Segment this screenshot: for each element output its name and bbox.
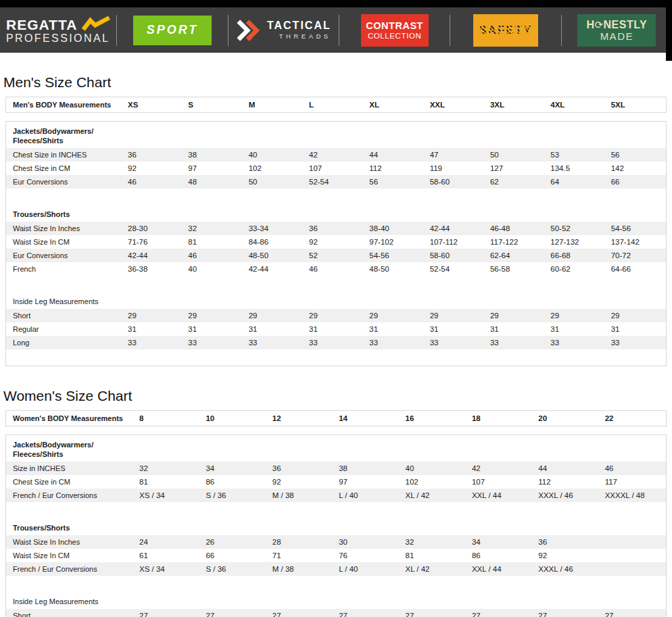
sport-label: SPORT — [147, 23, 199, 37]
honestly-line2: MADE — [600, 30, 633, 42]
cell-value: 48-50 — [364, 265, 424, 273]
cell-value: 44 — [364, 151, 424, 159]
cell-value: 36 — [304, 224, 364, 232]
cell-value: 60-62 — [545, 265, 605, 273]
cell-value: 81 — [183, 238, 243, 246]
cell-value: XXXL / 46 — [533, 565, 599, 573]
size-column-header: 16 — [400, 414, 466, 422]
cell-value: 53 — [545, 151, 605, 159]
cell-value: 38 — [183, 151, 243, 159]
cell-value: 30 — [333, 538, 400, 546]
cell-value: 56 — [364, 178, 424, 186]
cell-value: 97 — [183, 164, 243, 172]
section-row: Jackets/Bodywarmers/ Fleeces/Shirts — [6, 435, 666, 462]
cell-value: 27 — [134, 612, 200, 617]
cell-value: 117-122 — [485, 238, 545, 246]
cell-value: 40 — [243, 151, 304, 159]
size-column-header: 4XL — [545, 101, 605, 109]
cell-value: 58-60 — [425, 178, 485, 186]
cell-value: S / 36 — [200, 565, 266, 573]
cell-value: 66 — [606, 178, 666, 186]
cell-value: 64 — [545, 178, 605, 186]
cell-value: 27 — [533, 612, 599, 617]
contrast-collection-logo[interactable]: CONTRAST COLLECTION — [361, 14, 429, 47]
tactical-line2: THREADS — [279, 32, 331, 41]
size-header-row: Men's BODY MeasurementsXSSMLXLXXL3XL4XL5… — [6, 97, 666, 112]
cell-value: M / 38 — [267, 491, 333, 499]
cell-value: 117 — [600, 478, 666, 486]
row-label: Trousers/Shorts — [6, 209, 122, 219]
size-column-header: L — [304, 101, 364, 109]
contrast-cell: CONTRAST COLLECTION — [339, 7, 450, 53]
table-row: Chest Size in CM9297102107112119127134.5… — [6, 162, 666, 175]
cell-value: 27 — [466, 612, 533, 617]
regatta-professional-logo[interactable]: REGATTA PROFESSIONAL — [0, 7, 116, 53]
table-row: Waist Size In Inches28-303233-343638-404… — [6, 222, 666, 235]
cell-value: 86 — [466, 551, 533, 560]
cell-value: 28 — [267, 538, 333, 546]
honestly-made-logo[interactable]: H⟳NESTLY MADE — [577, 14, 656, 47]
cell-value: 40 — [183, 265, 243, 273]
size-column-header: 8 — [134, 414, 200, 422]
cell-value: 27 — [333, 612, 400, 617]
row-label: Inside Leg Measurements — [6, 597, 134, 606]
cell-value: 38-40 — [364, 224, 424, 232]
spacer-row — [6, 189, 666, 205]
cell-value: 36-38 — [122, 265, 183, 273]
tactical-threads-logo[interactable]: TACTICAL THREADS — [236, 18, 331, 43]
cell-value: XL / 42 — [400, 565, 466, 573]
cell-value: 34 — [466, 538, 533, 546]
safety-label: SAFETY — [479, 24, 532, 37]
row-label: Waist Size In CM — [6, 238, 122, 246]
cell-value: 102 — [400, 478, 466, 486]
row-label: Short — [6, 612, 134, 617]
cell-value: 84-86 — [243, 238, 304, 246]
cell-value: 134.5 — [545, 164, 605, 172]
tactical-cell: TACTICAL THREADS — [229, 7, 339, 53]
cell-value: 92 — [122, 164, 183, 172]
cell-value: 33 — [304, 339, 364, 347]
cell-value: 81 — [400, 551, 466, 560]
size-column-header: 14 — [333, 414, 400, 422]
cell-value: 33-34 — [243, 224, 304, 232]
cell-value: XL / 42 — [400, 491, 466, 499]
cell-value: 28-30 — [122, 224, 183, 232]
table-row: Short292929292929292929 — [6, 309, 666, 322]
cell-value: 92 — [304, 238, 364, 246]
cell-value: 112 — [533, 478, 599, 486]
cell-value: 32 — [183, 224, 243, 232]
contrast-line1: CONTRAST — [366, 20, 423, 31]
cell-value: 76 — [333, 551, 400, 560]
cell-value: 70-72 — [606, 251, 666, 260]
cell-value: 42-44 — [243, 265, 304, 273]
honestly-line1: H⟳NESTLY — [586, 19, 647, 30]
table-row: French36-384042-444648-5052-5456-5860-62… — [6, 262, 666, 276]
cell-value: 46-48 — [485, 224, 545, 232]
cell-value: 27 — [400, 612, 466, 617]
cell-value: 52-54 — [425, 265, 485, 273]
cell-value: 52 — [304, 251, 364, 260]
header-logo-strip: REGATTA PROFESSIONAL SPORT — [0, 7, 672, 53]
cell-value: 33 — [122, 339, 183, 347]
womens-size-chart-title: Women's Size Chart — [3, 388, 667, 404]
spacer-row — [6, 502, 666, 518]
row-label: Waist Size In Inches — [6, 224, 122, 232]
cell-value: L / 40 — [333, 491, 400, 499]
size-column-header: 18 — [466, 414, 533, 422]
row-label: Inside Leg Measurements — [6, 297, 122, 306]
size-column-header: XXL — [425, 101, 485, 109]
page: REGATTA PROFESSIONAL SPORT — [0, 0, 672, 617]
size-header-row: Women's BODY Measurements810121416182022 — [6, 411, 666, 426]
measurements-header-label: Men's BODY Measurements — [6, 101, 122, 109]
cell-value: 50 — [485, 151, 545, 159]
cell-value: 32 — [134, 464, 200, 472]
cell-value: 66-68 — [545, 251, 605, 260]
safety-logo[interactable]: SAFETY — [473, 14, 538, 47]
cell-value: 29 — [183, 312, 243, 320]
row-label: French / Eur Conversions — [6, 565, 134, 573]
sport-logo[interactable]: SPORT — [133, 16, 212, 45]
cell-value: 42-44 — [122, 251, 183, 260]
table-row: Chest Size in INCHES363840424447505356 — [6, 148, 666, 162]
size-column-header: 22 — [600, 414, 666, 422]
table-row: French / Eur ConversionsXS / 34S / 36M /… — [6, 562, 666, 576]
